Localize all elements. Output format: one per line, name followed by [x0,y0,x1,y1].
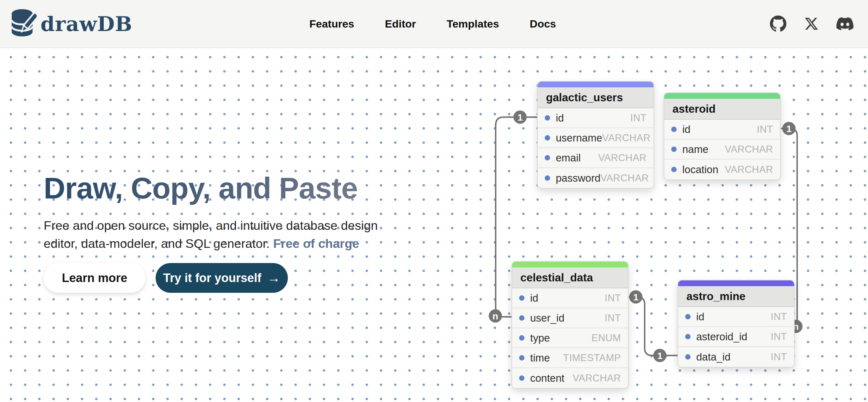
brand-name: drawDB [40,12,132,36]
field-name: id [696,311,705,323]
drawdb-landing-page: drawDB Features Editor Templates Docs [0,0,868,402]
main-nav: Features Editor Templates Docs [309,0,556,48]
field-dot-icon [671,147,677,152]
table-field-row-location: locationVARCHAR [664,160,780,179]
top-navigation-bar: drawDB Features Editor Templates Docs [0,0,868,48]
social-links [770,0,854,48]
field-type: VARCHAR [602,132,651,144]
table-field-row-password: passwordVARCHAR [538,168,654,188]
field-type: TIMESTAMP [563,352,621,364]
svg-text:1: 1 [633,292,639,302]
discord-icon[interactable] [836,15,854,32]
nav-link-editor[interactable]: Editor [385,18,416,30]
database-pencil-icon [11,8,37,39]
table-title: galactic_users [538,87,654,108]
cardinality-badge: 1 [653,349,666,362]
svg-text:1: 1 [518,112,523,122]
field-dot-icon [671,167,677,172]
nav-link-docs[interactable]: Docs [530,18,556,30]
table-field-row-content: contentVARCHAR [512,368,628,388]
field-type: VARCHAR [725,164,773,175]
field-dot-icon [685,314,690,319]
x-twitter-icon[interactable] [804,17,819,31]
table-fields: idINTasteroid_idINTdata_idINT [678,307,794,367]
try-it-button[interactable]: Try it for yourself → [156,263,288,293]
table-accent-strip [678,281,794,286]
table-celestial-data: celestial_data idINTuser_idINTtypeENUMti… [512,261,628,389]
hero-buttons: Learn more Try it for yourself → [44,263,288,293]
hero-title: Draw, Copy, and Paste [44,171,358,205]
field-type: INT [771,331,787,343]
try-it-label: Try it for yourself [163,271,261,285]
table-field-row-name: nameVARCHAR [664,140,780,160]
table-astro-mine: astro_mine idINTasteroid_idINTdata_idINT [678,280,795,368]
nav-link-features[interactable]: Features [309,18,354,30]
field-name: asteroid_id [696,331,747,343]
field-dot-icon [671,126,677,132]
learn-more-button[interactable]: Learn more [44,263,146,293]
cardinality-badge: 1 [514,111,527,124]
drawdb-logo[interactable]: drawDB [11,0,132,48]
table-field-row-id: idINT [538,108,654,128]
field-type: INT [630,112,647,124]
field-name: password [556,172,600,184]
table-galactic-users: galactic_users idINTusernameVARCHARemail… [537,81,654,189]
table-accent-strip [538,82,654,87]
field-dot-icon [519,335,524,341]
field-type: VARCHAR [725,144,773,155]
table-field-row-username: usernameVARCHAR [538,128,654,148]
cardinality-badge: n [489,309,502,322]
table-fields: idINTnameVARCHARlocationVARCHAR [664,120,780,179]
field-type: INT [605,312,621,324]
cardinality-badge: 1 [629,290,643,304]
field-type: ENUM [592,333,621,344]
table-accent-strip [664,93,780,99]
table-field-row-data_id: data_idINT [678,347,794,367]
field-name: username [556,132,602,144]
field-name: id [530,292,538,304]
relation-line-celestial-astro [629,297,678,355]
field-dot-icon [545,175,550,181]
table-title: astro_mine [678,286,794,307]
table-field-row-id: idINT [678,307,794,327]
field-name: name [682,143,709,155]
table-fields: idINTuser_idINTtypeENUMtimeTIMESTAMPcont… [512,288,628,388]
hero-subtitle-line1: Free and open source, simple, and intuit… [44,219,378,232]
field-type: INT [771,311,787,322]
table-field-row-time: timeTIMESTAMP [512,348,628,368]
field-type: INT [757,124,773,135]
field-name: time [530,352,550,364]
svg-text:1: 1 [657,350,663,361]
table-title: celestial_data [512,267,628,288]
field-type: VARCHAR [600,173,649,184]
table-accent-strip [512,262,628,267]
cardinality-badge: 1 [782,122,796,135]
table-field-row-id: idINT [664,120,780,140]
table-field-row-asteroid_id: asteroid_idINT [678,327,794,347]
field-name: id [556,112,564,124]
field-name: id [682,123,690,136]
field-name: location [682,164,718,176]
field-name: user_id [530,312,564,324]
field-dot-icon [685,334,690,339]
diagram-canvas: 1 n 1 1 1 n [0,48,868,402]
table-field-row-user_id: user_idINT [512,308,628,328]
table-title: asteroid [664,99,780,120]
github-icon[interactable] [770,16,786,32]
svg-text:n: n [493,311,498,321]
table-fields: idINTusernameVARCHARemailVARCHARpassword… [538,108,654,188]
svg-text:1: 1 [786,123,792,134]
field-dot-icon [519,375,524,381]
field-dot-icon [545,155,550,161]
field-dot-icon [685,354,690,360]
field-type: INT [771,351,787,363]
field-dot-icon [545,115,550,121]
field-type: VARCHAR [572,373,621,384]
table-field-row-id: idINT [512,288,628,308]
field-name: content [530,372,564,384]
nav-link-templates[interactable]: Templates [447,18,499,30]
table-field-row-email: emailVARCHAR [538,148,654,168]
field-type: INT [605,292,621,304]
field-type: VARCHAR [598,152,647,164]
table-field-row-type: typeENUM [512,328,628,348]
